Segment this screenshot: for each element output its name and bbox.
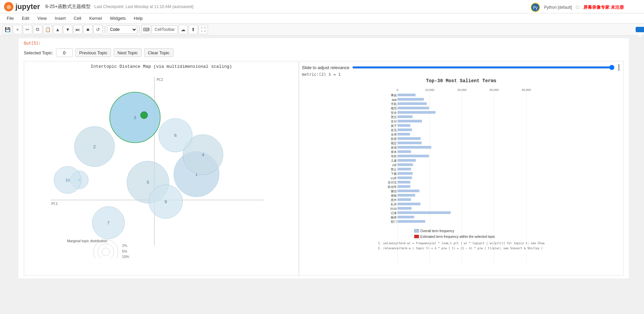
svg-rect-47: [397, 94, 416, 96]
clear-topic-button[interactable]: Clear Topic: [144, 48, 173, 57]
svg-text:资本: 资本: [391, 150, 397, 154]
prev-topic-button[interactable]: Previous Topic: [75, 48, 111, 57]
menu-edit[interactable]: Edit: [20, 15, 31, 21]
svg-rect-89: [397, 185, 410, 188]
svg-text:全球: 全球: [391, 133, 397, 136]
svg-rect-83: [397, 172, 413, 175]
menu-file[interactable]: File: [5, 15, 15, 21]
svg-rect-75: [397, 155, 429, 157]
svg-text:规范: 规范: [391, 107, 397, 110]
left-chart: Intertopic Distance Map (via multidimens…: [24, 61, 299, 276]
add-cell-button[interactable]: +: [13, 25, 22, 34]
svg-text:40,000: 40,000: [522, 88, 531, 92]
copy-button[interactable]: ⧉: [33, 25, 42, 34]
svg-rect-87: [397, 181, 410, 184]
controls-row: Selected Topic: Previous Topic Next Topi…: [24, 47, 624, 58]
svg-text:记者: 记者: [391, 211, 397, 215]
svg-text:10,000: 10,000: [425, 88, 434, 92]
fullscreen-button[interactable]: ⛶: [199, 25, 208, 34]
svg-text:市民: 市民: [391, 155, 397, 158]
svg-text:Estimated term frequency withi: Estimated term frequency within the sele…: [420, 235, 495, 239]
notebook-title: 6-25+函数式主题模型: [45, 4, 90, 10]
svg-rect-95: [397, 198, 411, 201]
intertopic-chart-title: Intertopic Distance Map (via multidimens…: [27, 64, 296, 69]
move-up-button[interactable]: ▲: [53, 25, 62, 34]
svg-text:3: 3: [134, 115, 137, 120]
main-content: Out[5]: Selected Topic: Previous Topic N…: [0, 36, 644, 314]
paste-button[interactable]: 📋: [43, 25, 52, 34]
svg-rect-97: [397, 203, 420, 205]
svg-rect-91: [397, 190, 419, 192]
cell-type-select[interactable]: Code Markdown Raw NBConvert: [107, 25, 137, 34]
celltoolbar-button[interactable]: CellToolbar: [152, 25, 178, 34]
svg-text:部门: 部门: [391, 220, 397, 223]
intertopic-svg[interactable]: PC2 PC1 1 2 3: [27, 70, 288, 258]
relevance-label: Slide to adjust relevance: [302, 65, 350, 70]
menu-cell[interactable]: Cell: [72, 15, 83, 21]
menu-insert[interactable]: Insert: [53, 15, 67, 21]
topic-input[interactable]: [56, 48, 73, 57]
menu-help[interactable]: Help: [132, 15, 144, 21]
svg-text:2: 2: [93, 144, 96, 149]
menu-view[interactable]: View: [36, 15, 48, 21]
svg-rect-59: [397, 120, 422, 122]
jupyter-brand: jupyter: [15, 2, 40, 11]
kernel-status-indicator: [576, 6, 579, 9]
keyboard-shortcut-button[interactable]: ⌨: [142, 25, 151, 34]
next-topic-button[interactable]: Next Topic: [114, 48, 141, 57]
svg-text:Overall term frequency: Overall term frequency: [420, 229, 454, 233]
svg-text:0: 0: [396, 88, 398, 92]
toolbar: 💾 + ✂ ⧉ 📋 ▲ ▼ ⏭ ■ ↺ Code Markdown Raw NB…: [0, 23, 644, 36]
move-down-button[interactable]: ▼: [63, 25, 72, 34]
download-button[interactable]: ☁: [178, 25, 188, 34]
relevance-slider[interactable]: [352, 66, 614, 68]
left-sidebar: [0, 36, 17, 314]
svg-text:2016: 2016: [390, 207, 397, 210]
svg-rect-69: [397, 142, 422, 144]
svg-text:发现: 发现: [391, 146, 397, 149]
save-button[interactable]: 💾: [3, 25, 12, 34]
svg-rect-99: [397, 207, 412, 210]
restart-button[interactable]: ↺: [93, 25, 103, 34]
svg-rect-101: [397, 211, 450, 214]
relevance-row: Slide to adjust relevance: [302, 64, 621, 71]
svg-rect-71: [397, 146, 431, 149]
menu-kernel[interactable]: Kernel: [88, 15, 103, 21]
svg-text:下载: 下载: [391, 172, 397, 175]
python-icon: Py: [531, 3, 540, 12]
svg-point-12: [141, 112, 148, 119]
svg-rect-103: [397, 216, 414, 218]
svg-text:意外: 意外: [390, 198, 397, 202]
upload-button[interactable]: ⬆: [189, 25, 198, 34]
svg-rect-81: [397, 168, 411, 170]
upload-sidebar-button[interactable]: 拖块上传: [636, 27, 644, 32]
svg-text:保险: 保险: [391, 194, 397, 197]
svg-text:事故: 事故: [391, 94, 397, 97]
svg-rect-53: [397, 107, 429, 109]
svg-text:规定: 规定: [391, 142, 397, 145]
svg-rect-77: [397, 159, 416, 162]
skip-button[interactable]: ⏭: [73, 25, 83, 34]
top-bar-right: Py Python [default] 屏幕录像专家 未注册: [531, 3, 624, 12]
menu-widgets[interactable]: Widgets: [109, 15, 127, 21]
svg-rect-65: [397, 133, 410, 136]
svg-text:30,000: 30,000: [489, 88, 499, 92]
svg-text:PC2: PC2: [157, 77, 163, 82]
svg-rect-73: [397, 150, 411, 153]
svg-text:12岁: 12岁: [390, 176, 397, 180]
svg-text:责任: 责任: [391, 115, 397, 119]
svg-rect-35: [618, 64, 620, 71]
slider-endpoint-icon: [617, 64, 621, 71]
toolbar-sep-2: [139, 26, 140, 33]
jupyter-logo-icon: ◎: [4, 2, 13, 11]
svg-rect-55: [397, 111, 435, 114]
toolbar-sep-1: [105, 26, 105, 33]
stop-button[interactable]: ■: [83, 25, 93, 34]
svg-text:6: 6: [174, 133, 177, 138]
svg-text:投资: 投资: [390, 137, 397, 141]
cut-button[interactable]: ✂: [23, 25, 32, 34]
svg-rect-93: [397, 194, 415, 197]
svg-text:手机: 手机: [391, 102, 397, 106]
svg-rect-79: [397, 163, 413, 166]
svg-text:9: 9: [164, 199, 167, 204]
